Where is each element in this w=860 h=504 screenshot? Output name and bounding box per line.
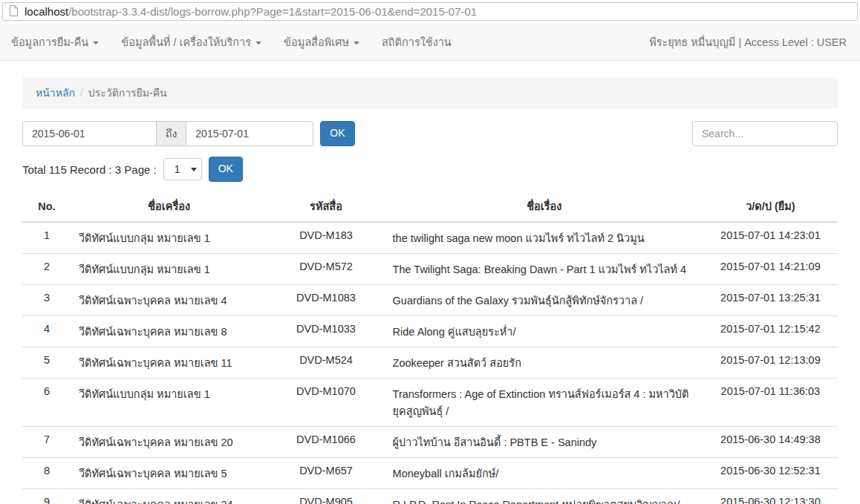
machine-name-cell: วีดิทัศน์แบบกลุ่ม หมายเลข 1 xyxy=(71,379,267,427)
title-cell: Guardians of the Galaxy รวมพันธุ์นักสู้พ… xyxy=(385,285,703,316)
breadcrumb-separator: / xyxy=(75,87,88,99)
table-row: 8วีดิทัศน์เฉพาะบุคคล หมายเลข 5DVD-M657Mo… xyxy=(22,458,838,489)
start-date-input[interactable] xyxy=(22,121,157,146)
header-title: ชื่อเรื่อง xyxy=(385,191,703,222)
date-range-group: ถึง xyxy=(22,121,313,146)
title-cell: R.I.P.D. Rest In Peace Department หน่วยพ… xyxy=(385,489,703,504)
borrow-date-cell: 2015-07-01 12:13:09 xyxy=(703,347,838,379)
borrow-date-cell: 2015-07-01 14:23:01 xyxy=(703,222,838,254)
machine-name-cell: วีดิทัศน์แบบกลุ่ม หมายเลข 1 xyxy=(71,222,267,254)
caret-down-icon xyxy=(255,42,261,45)
nav-item-area-machines[interactable]: ข้อมูลพื้นที่ / เครื่องให้บริการ xyxy=(110,24,273,60)
row-number: 5 xyxy=(22,347,71,379)
row-number: 1 xyxy=(22,222,71,254)
media-code-cell: DVD-M524 xyxy=(267,347,385,379)
machine-name-cell: วีดิทัศน์เฉพาะบุคคล หมายเลข 8 xyxy=(71,316,267,347)
machine-name-cell: วีดิทัศน์เฉพาะบุคคล หมายเลข 24 xyxy=(71,489,267,504)
record-summary-text: Total 115 Record : 3 Page : xyxy=(22,163,157,176)
filter-row: ถึง OK xyxy=(22,121,838,146)
media-code-cell: DVD-M183 xyxy=(267,222,385,254)
nav-item-label: สถิติการใช้งาน xyxy=(382,33,452,50)
row-number: 4 xyxy=(22,316,71,347)
page-icon xyxy=(9,5,19,19)
borrow-log-table: No. ชื่อเครื่อง รหัสสื่อ ชื่อเรื่อง ว/ด/… xyxy=(22,191,838,504)
row-number: 3 xyxy=(22,285,71,316)
row-number: 8 xyxy=(22,458,71,489)
nav-item-borrow-return-data[interactable]: ข้อมูลการยืม-คืน xyxy=(0,24,110,60)
search-input[interactable] xyxy=(692,121,838,146)
borrow-date-cell: 2015-07-01 11:36:03 xyxy=(703,379,838,427)
nav-item-special-media[interactable]: ข้อมูลสื่อพิเศษ xyxy=(273,24,371,60)
machine-name-cell: วีดิทัศน์เฉพาะบุคคล หมายเลข 20 xyxy=(71,427,267,458)
table-row: 4วีดิทัศน์เฉพาะบุคคล หมายเลข 8DVD-M1033R… xyxy=(22,316,838,347)
caret-down-icon xyxy=(93,42,99,45)
navbar: ข้อมูลการยืม-คืน ข้อมูลพื้นที่ / เครื่อง… xyxy=(0,24,860,61)
borrow-date-cell: 2015-07-01 14:21:09 xyxy=(703,254,838,285)
breadcrumb-current: ประวัติการยืม-คืน xyxy=(88,85,167,101)
title-cell: Transformers : Age of Extinction ทรานส์ฟ… xyxy=(385,379,703,427)
title-cell: The Twilight Saga: Breaking Dawn - Part … xyxy=(385,254,703,285)
media-code-cell: DVD-M1033 xyxy=(267,316,385,347)
machine-name-cell: วีดิทัศน์เฉพาะบุคคล หมายเลข 4 xyxy=(71,285,267,316)
pagination-row: Total 115 Record : 3 Page : 1 OK xyxy=(22,157,838,182)
machine-name-cell: วีดิทัศน์เฉพาะบุคคล หมายเลข 5 xyxy=(71,458,267,489)
table-row: 2วีดิทัศน์แบบกลุ่ม หมายเลข 1DVD-M572The … xyxy=(22,254,838,285)
borrow-date-cell: 2015-07-01 12:15:42 xyxy=(703,316,838,347)
title-cell: Zookeeper สวนสัตว์ สอยรัก xyxy=(385,347,703,379)
media-code-cell: DVD-M572 xyxy=(267,254,385,285)
url-path: /bootstrap-3.3.4-dist/logs-borrow.php?Pa… xyxy=(68,5,477,18)
header-media-code: รหัสสื่อ xyxy=(267,191,385,222)
media-code-cell: DVD-M1083 xyxy=(267,285,385,316)
table-row: 3วีดิทัศน์เฉพาะบุคคล หมายเลข 4DVD-M1083G… xyxy=(22,285,838,316)
row-number: 6 xyxy=(22,379,71,427)
table-header-row: No. ชื่อเครื่อง รหัสสื่อ ชื่อเรื่อง ว/ด/… xyxy=(22,191,838,222)
header-borrow-date: ว/ด/ป (ยืม) xyxy=(703,191,838,222)
url-text: localhost/bootstrap-3.3.4-dist/logs-borr… xyxy=(25,5,477,18)
table-row: 5วีดิทัศน์เฉพาะบุคคล หมายเลข 11DVD-M524Z… xyxy=(22,347,838,379)
navbar-menu: ข้อมูลการยืม-คืน ข้อมูลพื้นที่ / เครื่อง… xyxy=(0,24,463,60)
caret-down-icon xyxy=(354,42,359,45)
url-host: localhost xyxy=(25,5,68,18)
table-row: 6วีดิทัศน์แบบกลุ่ม หมายเลข 1DVD-M1070Tra… xyxy=(22,379,838,427)
borrow-date-cell: 2015-06-30 14:49:38 xyxy=(703,427,838,458)
breadcrumb: หน้าหลัก / ประวัติการยืม-คืน xyxy=(22,77,838,108)
media-code-cell: DVD-M657 xyxy=(267,458,385,489)
user-info-text: พีระยุทธ หมื่นบุญมี | Access Level : USE… xyxy=(649,24,847,60)
machine-name-cell: วีดิทัศน์แบบกลุ่ม หมายเลข 1 xyxy=(71,254,267,285)
table-row: 7วีดิทัศน์เฉพาะบุคคล หมายเลข 20DVD-M1066… xyxy=(22,427,838,458)
header-no: No. xyxy=(22,191,71,222)
table-row: 1วีดิทัศน์แบบกลุ่ม หมายเลข 1DVD-M183the … xyxy=(22,222,838,254)
title-cell: the twilight saga new moon แวมไพร์ ทไวไล… xyxy=(385,222,703,254)
nav-item-label: ข้อมูลพื้นที่ / เครื่องให้บริการ xyxy=(121,33,251,50)
machine-name-cell: วีดิทัศน์เฉพาะบุคคล หมายเลข 11 xyxy=(71,347,267,379)
main-content: หน้าหลัก / ประวัติการยืม-คืน ถึง OK Tota… xyxy=(0,77,860,504)
borrow-date-cell: 2015-06-30 12:52:31 xyxy=(703,458,838,489)
borrow-date-cell: 2015-07-01 13:25:31 xyxy=(703,285,838,316)
title-cell: Moneyball เกมล้มยักษ์/ xyxy=(385,458,703,489)
media-code-cell: DVD-M1070 xyxy=(267,379,385,427)
nav-item-label: ข้อมูลสื่อพิเศษ xyxy=(284,33,349,50)
borrow-date-cell: 2015-06-30 12:13:30 xyxy=(703,489,838,504)
media-code-cell: DVD-M1066 xyxy=(267,427,385,458)
row-number: 7 xyxy=(22,427,71,458)
page-select[interactable]: 1 xyxy=(163,158,202,180)
header-machine-name: ชื่อเครื่อง xyxy=(71,191,267,222)
breadcrumb-home-link[interactable]: หน้าหลัก xyxy=(36,87,75,99)
end-date-input[interactable] xyxy=(186,121,313,146)
media-code-cell: DVD-M905 xyxy=(267,489,385,504)
nav-item-usage-stats[interactable]: สถิติการใช้งาน xyxy=(371,24,463,60)
table-row: 9วีดิทัศน์เฉพาะบุคคล หมายเลข 24DVD-M905R… xyxy=(22,489,838,504)
row-number: 9 xyxy=(22,489,71,504)
nav-item-label: ข้อมูลการยืม-คืน xyxy=(11,33,88,50)
date-range-to-label: ถึง xyxy=(157,121,186,146)
browser-address-bar[interactable]: localhost/bootstrap-3.3.4-dist/logs-borr… xyxy=(2,2,858,21)
date-filter-ok-button[interactable]: OK xyxy=(320,121,354,146)
title-cell: ผู้บ่าวไทบ้าน อีสานอินดี้ : PBTB E - San… xyxy=(385,427,703,458)
row-number: 2 xyxy=(22,254,71,285)
page-ok-button[interactable]: OK xyxy=(209,157,243,182)
title-cell: Ride Along คู่แสบลุยระห่ำ/ xyxy=(385,316,703,347)
page-select-wrap: 1 xyxy=(163,158,202,180)
